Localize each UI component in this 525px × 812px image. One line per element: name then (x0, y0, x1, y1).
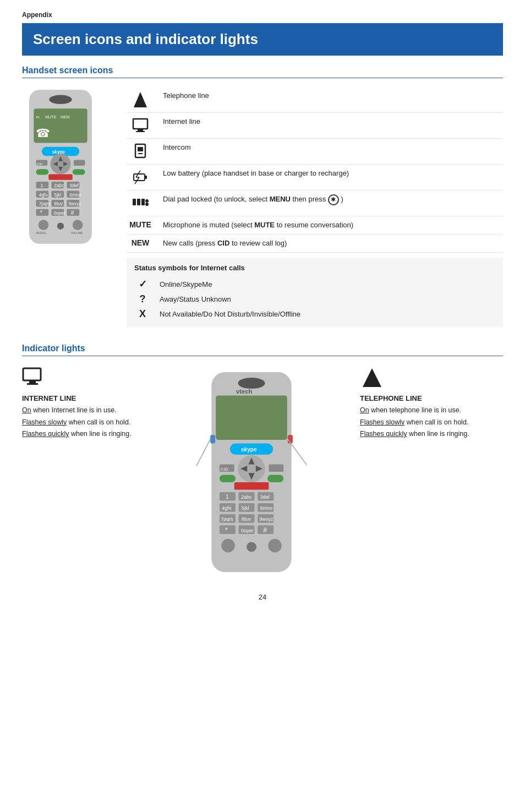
svg-point-45 (57, 223, 64, 230)
svg-marker-117 (363, 368, 381, 387)
indicator-telephone-area: TELEPHONE LINE On when telephone line is… (360, 367, 503, 440)
new-label: NEW (132, 238, 150, 247)
svg-text:5jkl: 5jkl (242, 506, 249, 511)
svg-rect-67 (29, 380, 36, 383)
battery-icon-cell (127, 168, 154, 186)
svg-rect-61 (133, 199, 136, 205)
svg-text:9wxyz: 9wxyz (260, 517, 274, 522)
svg-text:6mno: 6mno (260, 506, 272, 511)
svg-marker-49 (134, 92, 147, 107)
status-symbol-x: X (134, 308, 151, 320)
svg-text:0oper: 0oper (241, 528, 254, 533)
status-desc-away: Away/Status Unknown (160, 295, 231, 303)
svg-point-112 (221, 539, 235, 553)
handset-section: Handset screen icons m. MUTE NEW ☎ skype (22, 66, 503, 327)
svg-text:6mno: 6mno (70, 193, 81, 198)
telephone-flashes-slowly-text: Flashes slowly (360, 418, 404, 426)
indicator-handset-image: vtech skype CID (196, 367, 307, 576)
svg-rect-55 (138, 153, 143, 154)
page-number: 24 (22, 593, 503, 601)
icon-row-intercom: Intercom (127, 139, 503, 165)
telephone-indicator-icon (360, 367, 384, 388)
indicator-content: INTERNET LINE On when Internet line is i… (22, 367, 503, 576)
main-title-bar: Screen icons and indicator lights (22, 23, 503, 56)
svg-text:CID: CID (221, 467, 228, 472)
svg-text:☎: ☎ (36, 127, 50, 139)
svg-rect-16 (74, 160, 85, 166)
icon-row-telephone: Telephone line (127, 87, 503, 113)
appendix-label: Appendix (22, 11, 503, 19)
internet-on-text: On (22, 406, 31, 414)
indicator-telephone-desc: On when telephone line is in use. Flashe… (360, 405, 503, 440)
dialpad-desc: Dial pad locked (to unlock, select MENU … (163, 194, 503, 205)
svg-rect-87 (234, 482, 269, 489)
svg-text:vtech: vtech (236, 388, 252, 395)
svg-rect-66 (23, 368, 41, 380)
svg-rect-85 (220, 475, 236, 482)
svg-rect-18 (73, 169, 85, 175)
svg-text:*: * (225, 526, 228, 534)
intercom-icon (132, 143, 149, 160)
internet-flashes-quickly-text: Flashes quickly (22, 430, 69, 438)
svg-point-44 (39, 220, 49, 230)
svg-text:3def: 3def (260, 495, 270, 500)
page-title: Screen icons and indicator lights (33, 31, 492, 48)
svg-rect-62 (137, 199, 140, 205)
status-desc-online: Online/SkypeMe (160, 280, 212, 288)
internet-flashes-slowly-text: Flashes slowly (22, 418, 67, 426)
svg-text:skype: skype (241, 446, 257, 453)
svg-text:CID: CID (37, 162, 43, 166)
svg-rect-54 (138, 147, 143, 151)
svg-rect-84 (269, 465, 283, 472)
svg-point-114 (268, 539, 282, 553)
icon-row-mute: MUTE Microphone is muted (select MUTE to… (127, 216, 503, 235)
icon-row-dialpad: Dial pad locked (to unlock, select MENU … (127, 190, 503, 216)
svg-rect-50 (133, 119, 147, 129)
status-symbol-question: ? (134, 293, 151, 305)
telephone-line-desc: Telephone line (163, 91, 503, 101)
svg-line-115 (196, 439, 210, 491)
new-label-cell: NEW (127, 238, 154, 247)
svg-text:1: 1 (41, 183, 43, 188)
svg-text:7pqrs: 7pqrs (39, 201, 51, 206)
svg-text:1: 1 (226, 494, 229, 500)
telephone-on-text: On (360, 406, 369, 414)
svg-text:4ghi: 4ghi (222, 506, 231, 511)
svg-text:NEW: NEW (61, 115, 70, 119)
status-symbol-check: ✓ (134, 278, 151, 290)
svg-text:MUTE: MUTE (45, 115, 57, 119)
monitor-indicator-icon (22, 367, 46, 388)
svg-point-46 (73, 220, 83, 230)
svg-rect-86 (267, 475, 283, 482)
intercom-icon-cell (127, 143, 154, 160)
svg-text:2abc: 2abc (54, 183, 64, 188)
svg-text:9wxyz: 9wxyz (69, 201, 81, 206)
status-row-online: ✓ Online/SkypeMe (134, 276, 495, 292)
indicator-section-title: Indicator lights (22, 344, 503, 356)
status-group-title: Status symbols for Internet calls (134, 264, 495, 272)
internet-line-desc: Internet line (163, 117, 503, 127)
status-group: Status symbols for Internet calls ✓ Onli… (127, 258, 503, 327)
battery-icon (132, 168, 149, 186)
internet-icon-cell (127, 117, 154, 134)
status-row-unavailable: X Not Available/Do Not Disturb/Invisible… (134, 307, 495, 321)
svg-point-65 (145, 199, 149, 203)
svg-text:2abc: 2abc (241, 495, 252, 500)
handset-image-area: m. MUTE NEW ☎ skype CID (22, 87, 110, 327)
svg-point-64 (145, 203, 149, 206)
icon-row-internet: Internet line (127, 113, 503, 139)
svg-point-113 (247, 542, 256, 552)
svg-text:3def: 3def (70, 183, 79, 188)
svg-text:0oper: 0oper (54, 211, 65, 216)
indicator-internet-label: INTERNET LINE (22, 394, 143, 402)
svg-point-70 (238, 378, 265, 389)
indicator-internet-icon (22, 367, 143, 390)
svg-text:#: # (71, 210, 74, 216)
new-desc: New calls (press CID to review call log) (163, 238, 503, 248)
svg-rect-73 (210, 435, 215, 444)
telephone-flashes-quickly-text: Flashes quickly (360, 430, 407, 438)
icon-row-new: NEW New calls (press CID to review call … (127, 235, 503, 253)
svg-rect-38 (36, 209, 48, 216)
mute-desc: Microphone is muted (select MUTE to resu… (163, 220, 503, 230)
svg-text:#: # (263, 526, 267, 534)
